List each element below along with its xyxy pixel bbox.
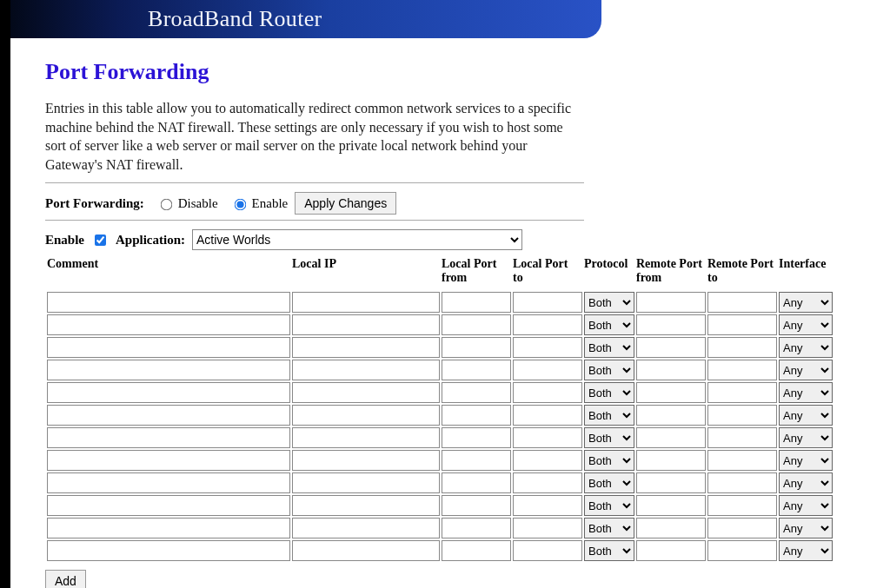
local-port-from-input[interactable] bbox=[442, 518, 511, 538]
local-ip-input[interactable] bbox=[292, 472, 440, 493]
local-port-from-input[interactable] bbox=[442, 360, 511, 380]
local-ip-input[interactable] bbox=[292, 427, 440, 448]
remote-port-to-input[interactable] bbox=[707, 518, 777, 538]
comment-input[interactable] bbox=[47, 540, 290, 561]
interface-select[interactable]: Any bbox=[779, 360, 833, 380]
interface-select[interactable]: Any bbox=[779, 337, 833, 358]
remote-port-from-input[interactable] bbox=[636, 540, 706, 561]
protocol-select[interactable]: Both bbox=[584, 427, 634, 448]
local-port-to-input[interactable] bbox=[513, 292, 582, 313]
comment-input[interactable] bbox=[47, 360, 290, 380]
protocol-select[interactable]: Both bbox=[584, 472, 634, 493]
comment-input[interactable] bbox=[47, 495, 290, 516]
local-port-from-input[interactable] bbox=[442, 337, 511, 358]
protocol-select[interactable]: Both bbox=[584, 382, 634, 403]
remote-port-to-input[interactable] bbox=[707, 314, 777, 335]
protocol-select[interactable]: Both bbox=[584, 450, 634, 471]
local-port-to-input[interactable] bbox=[513, 382, 582, 403]
remote-port-to-input[interactable] bbox=[707, 405, 777, 426]
remote-port-to-input[interactable] bbox=[707, 450, 777, 471]
local-port-from-input[interactable] bbox=[442, 405, 511, 426]
remote-port-from-input[interactable] bbox=[636, 495, 706, 516]
interface-select[interactable]: Any bbox=[779, 405, 833, 426]
remote-port-to-input[interactable] bbox=[707, 427, 777, 448]
remote-port-from-input[interactable] bbox=[636, 314, 706, 335]
local-port-to-input[interactable] bbox=[513, 518, 582, 538]
remote-port-to-input[interactable] bbox=[707, 292, 777, 313]
local-port-to-input[interactable] bbox=[513, 472, 582, 493]
comment-input[interactable] bbox=[47, 314, 290, 335]
comment-input[interactable] bbox=[47, 450, 290, 471]
remote-port-to-input[interactable] bbox=[707, 360, 777, 380]
protocol-select[interactable]: Both bbox=[584, 337, 634, 358]
local-ip-input[interactable] bbox=[292, 540, 440, 561]
remote-port-from-input[interactable] bbox=[636, 450, 706, 471]
pf-enable-radio[interactable] bbox=[234, 199, 246, 211]
remote-port-from-input[interactable] bbox=[636, 518, 706, 538]
remote-port-from-input[interactable] bbox=[636, 427, 706, 448]
local-port-to-input[interactable] bbox=[513, 360, 582, 380]
local-port-to-input[interactable] bbox=[513, 314, 582, 335]
protocol-select[interactable]: Both bbox=[584, 314, 634, 335]
local-port-from-input[interactable] bbox=[442, 427, 511, 448]
local-port-from-input[interactable] bbox=[442, 495, 511, 516]
interface-select[interactable]: Any bbox=[779, 314, 833, 335]
remote-port-to-input[interactable] bbox=[707, 337, 777, 358]
protocol-select[interactable]: Both bbox=[584, 405, 634, 426]
protocol-select[interactable]: Both bbox=[584, 495, 634, 516]
comment-input[interactable] bbox=[47, 427, 290, 448]
local-port-from-input[interactable] bbox=[442, 382, 511, 403]
interface-select[interactable]: Any bbox=[779, 495, 833, 516]
remote-port-to-input[interactable] bbox=[707, 540, 777, 561]
comment-input[interactable] bbox=[47, 292, 290, 313]
remote-port-to-input[interactable] bbox=[707, 382, 777, 403]
remote-port-from-input[interactable] bbox=[636, 472, 706, 493]
local-port-from-input[interactable] bbox=[442, 450, 511, 471]
local-ip-input[interactable] bbox=[292, 405, 440, 426]
local-ip-input[interactable] bbox=[292, 337, 440, 358]
pf-disable-radio[interactable] bbox=[160, 199, 172, 211]
local-port-from-input[interactable] bbox=[442, 314, 511, 335]
enable-checkbox[interactable] bbox=[95, 235, 106, 246]
interface-select[interactable]: Any bbox=[779, 472, 833, 493]
local-port-from-input[interactable] bbox=[442, 540, 511, 561]
local-port-to-input[interactable] bbox=[513, 450, 582, 471]
application-select[interactable]: Active Worlds bbox=[192, 229, 522, 250]
remote-port-to-input[interactable] bbox=[707, 495, 777, 516]
local-ip-input[interactable] bbox=[292, 382, 440, 403]
local-port-to-input[interactable] bbox=[513, 427, 582, 448]
local-ip-input[interactable] bbox=[292, 314, 440, 335]
local-ip-input[interactable] bbox=[292, 292, 440, 313]
remote-port-from-input[interactable] bbox=[636, 292, 706, 313]
interface-select[interactable]: Any bbox=[779, 292, 833, 313]
protocol-select[interactable]: Both bbox=[584, 360, 634, 380]
local-ip-input[interactable] bbox=[292, 360, 440, 380]
protocol-select[interactable]: Both bbox=[584, 518, 634, 538]
local-port-to-input[interactable] bbox=[513, 540, 582, 561]
remote-port-from-input[interactable] bbox=[636, 405, 706, 426]
local-port-from-input[interactable] bbox=[442, 472, 511, 493]
interface-select[interactable]: Any bbox=[779, 540, 833, 561]
remote-port-from-input[interactable] bbox=[636, 360, 706, 380]
interface-select[interactable]: Any bbox=[779, 518, 833, 538]
local-ip-input[interactable] bbox=[292, 450, 440, 471]
local-port-from-input[interactable] bbox=[442, 292, 511, 313]
protocol-select[interactable]: Both bbox=[584, 292, 634, 313]
comment-input[interactable] bbox=[47, 405, 290, 426]
local-port-to-input[interactable] bbox=[513, 405, 582, 426]
local-port-to-input[interactable] bbox=[513, 337, 582, 358]
interface-select[interactable]: Any bbox=[779, 450, 833, 471]
local-port-to-input[interactable] bbox=[513, 495, 582, 516]
comment-input[interactable] bbox=[47, 472, 290, 493]
interface-select[interactable]: Any bbox=[779, 382, 833, 403]
local-ip-input[interactable] bbox=[292, 518, 440, 538]
remote-port-from-input[interactable] bbox=[636, 382, 706, 403]
comment-input[interactable] bbox=[47, 518, 290, 538]
remote-port-from-input[interactable] bbox=[636, 337, 706, 358]
comment-input[interactable] bbox=[47, 337, 290, 358]
comment-input[interactable] bbox=[47, 382, 290, 403]
interface-select[interactable]: Any bbox=[779, 427, 833, 448]
apply-changes-button[interactable]: Apply Changes bbox=[295, 192, 396, 215]
remote-port-to-input[interactable] bbox=[707, 472, 777, 493]
add-button[interactable]: Add bbox=[45, 570, 86, 588]
